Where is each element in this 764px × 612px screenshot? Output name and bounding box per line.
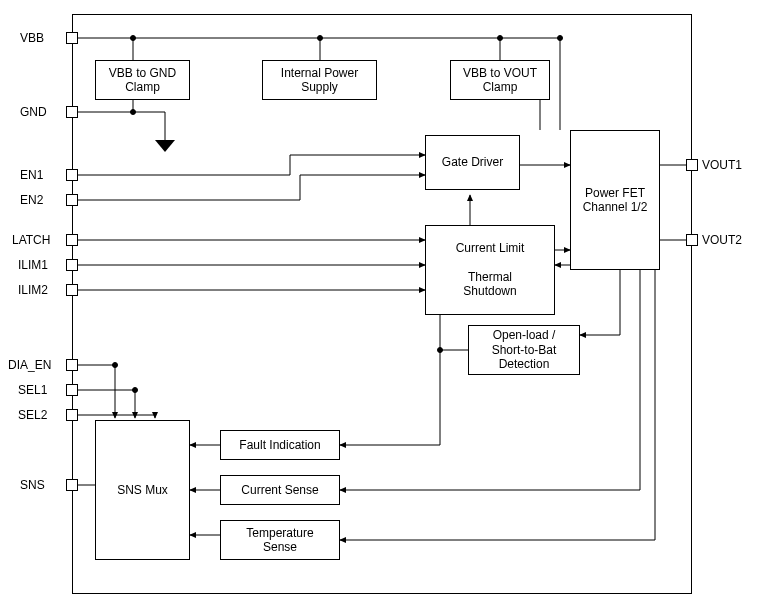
pin-latch — [66, 234, 78, 246]
block-vbb-gnd-clamp: VBB to GND Clamp — [95, 60, 190, 100]
label-en1: EN1 — [20, 168, 43, 182]
pin-en1 — [66, 169, 78, 181]
svg-point-1 — [318, 36, 323, 41]
block-gate-driver: Gate Driver — [425, 135, 520, 190]
block-open-load: Open-load / Short-to-Bat Detection — [468, 325, 580, 375]
label-vbb: VBB — [20, 31, 44, 45]
label-vout2: VOUT2 — [702, 233, 742, 247]
pin-vbb — [66, 32, 78, 44]
svg-point-0 — [131, 36, 136, 41]
svg-point-5 — [113, 363, 118, 368]
block-sns-mux: SNS Mux — [95, 420, 190, 560]
pin-dia-en — [66, 359, 78, 371]
pin-en2 — [66, 194, 78, 206]
label-ilim1: ILIM1 — [18, 258, 48, 272]
pin-sel2 — [66, 409, 78, 421]
label-gnd: GND — [20, 105, 47, 119]
svg-point-3 — [558, 36, 563, 41]
svg-point-6 — [133, 388, 138, 393]
pin-sel1 — [66, 384, 78, 396]
label-en2: EN2 — [20, 193, 43, 207]
label-dia-en: DIA_EN — [8, 358, 51, 372]
block-vbb-vout-clamp: VBB to VOUT Clamp — [450, 60, 550, 100]
block-current-limit: Current Limit Thermal Shutdown — [425, 225, 555, 315]
svg-point-7 — [438, 348, 443, 353]
block-temperature-sense: Temperature Sense — [220, 520, 340, 560]
pin-sns — [66, 479, 78, 491]
block-fault-indication: Fault Indication — [220, 430, 340, 460]
label-vout1: VOUT1 — [702, 158, 742, 172]
pin-ilim1 — [66, 259, 78, 271]
label-ilim2: ILIM2 — [18, 283, 48, 297]
svg-point-2 — [498, 36, 503, 41]
block-power-fet: Power FET Channel 1/2 — [570, 130, 660, 270]
pin-gnd — [66, 106, 78, 118]
label-sns: SNS — [20, 478, 45, 492]
pin-vout2 — [686, 234, 698, 246]
block-current-sense: Current Sense — [220, 475, 340, 505]
diagram-canvas: VBB to GND Clamp Internal Power Supply V… — [0, 0, 764, 612]
pin-vout1 — [686, 159, 698, 171]
label-sel1: SEL1 — [18, 383, 47, 397]
label-latch: LATCH — [12, 233, 50, 247]
pin-ilim2 — [66, 284, 78, 296]
label-sel2: SEL2 — [18, 408, 47, 422]
block-internal-power-supply: Internal Power Supply — [262, 60, 377, 100]
